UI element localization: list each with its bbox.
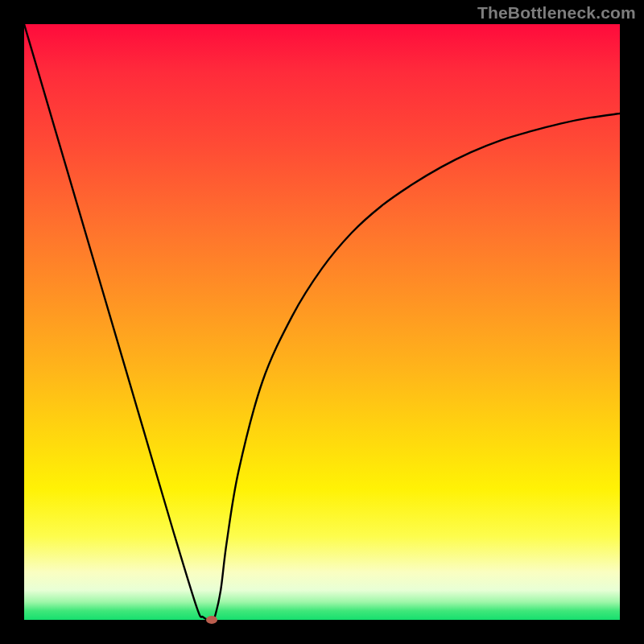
chart-frame: TheBottleneck.com [0, 0, 644, 644]
plot-area [24, 24, 620, 620]
watermark-text: TheBottleneck.com [477, 3, 636, 23]
bottleneck-curve [24, 24, 620, 620]
sweet-spot-marker [206, 616, 217, 624]
